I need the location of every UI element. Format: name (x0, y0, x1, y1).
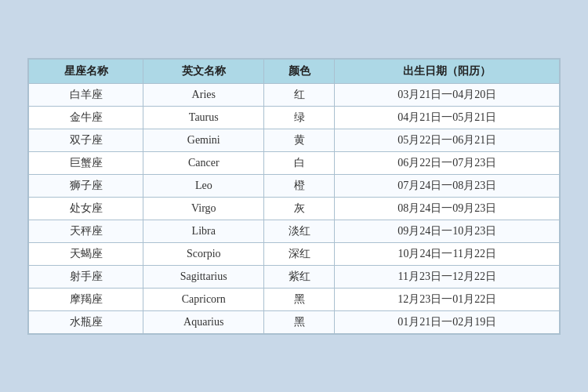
cell-date: 01月21日一02月19日 (335, 310, 560, 333)
cell-en: Virgo (143, 197, 264, 220)
col-header-color: 颜色 (264, 59, 335, 83)
zodiac-table-container: 星座名称 英文名称 颜色 出生日期（阳历） 白羊座Aries红03月21日一04… (27, 58, 561, 335)
cell-en: Scorpio (143, 242, 264, 265)
table-row: 天蝎座Scorpio深红10月24日一11月22日 (29, 242, 560, 265)
cell-color: 白 (264, 151, 335, 174)
table-row: 白羊座Aries红03月21日一04月20日 (29, 83, 560, 106)
cell-color: 橙 (264, 174, 335, 197)
col-header-en: 英文名称 (143, 59, 264, 83)
cell-zh: 处女座 (29, 197, 143, 220)
table-row: 天秤座Libra淡红09月24日一10月23日 (29, 220, 560, 242)
table-row: 巨蟹座Cancer白06月22日一07月23日 (29, 151, 560, 174)
cell-zh: 天蝎座 (29, 242, 143, 265)
table-row: 金牛座Taurus绿04月21日一05月21日 (29, 106, 560, 129)
cell-en: Cancer (143, 151, 264, 174)
cell-date: 07月24日一08月23日 (335, 174, 560, 197)
cell-zh: 天秤座 (29, 220, 143, 242)
cell-zh: 摩羯座 (29, 288, 143, 310)
cell-zh: 狮子座 (29, 174, 143, 197)
table-row: 水瓶座Aquarius黑01月21日一02月19日 (29, 310, 560, 333)
cell-date: 06月22日一07月23日 (335, 151, 560, 174)
cell-color: 紫红 (264, 265, 335, 288)
cell-color: 红 (264, 83, 335, 106)
table-row: 射手座Sagittarius紫红11月23日一12月22日 (29, 265, 560, 288)
cell-date: 03月21日一04月20日 (335, 83, 560, 106)
cell-en: Libra (143, 220, 264, 242)
cell-en: Sagittarius (143, 265, 264, 288)
table-row: 摩羯座Capricorn黑12月23日一01月22日 (29, 288, 560, 310)
cell-color: 绿 (264, 106, 335, 129)
cell-color: 黄 (264, 129, 335, 151)
cell-en: Aries (143, 83, 264, 106)
cell-en: Aquarius (143, 310, 264, 333)
cell-date: 11月23日一12月22日 (335, 265, 560, 288)
cell-en: Gemini (143, 129, 264, 151)
cell-zh: 白羊座 (29, 83, 143, 106)
col-header-date: 出生日期（阳历） (335, 59, 560, 83)
table-header-row: 星座名称 英文名称 颜色 出生日期（阳历） (29, 59, 560, 83)
cell-date: 05月22日一06月21日 (335, 129, 560, 151)
cell-date: 10月24日一11月22日 (335, 242, 560, 265)
col-header-zh: 星座名称 (29, 59, 143, 83)
cell-color: 黑 (264, 310, 335, 333)
cell-en: Leo (143, 174, 264, 197)
cell-date: 12月23日一01月22日 (335, 288, 560, 310)
cell-date: 09月24日一10月23日 (335, 220, 560, 242)
table-body: 白羊座Aries红03月21日一04月20日金牛座Taurus绿04月21日一0… (29, 83, 560, 333)
cell-zh: 金牛座 (29, 106, 143, 129)
table-row: 狮子座Leo橙07月24日一08月23日 (29, 174, 560, 197)
cell-date: 04月21日一05月21日 (335, 106, 560, 129)
cell-en: Capricorn (143, 288, 264, 310)
cell-en: Taurus (143, 106, 264, 129)
cell-zh: 巨蟹座 (29, 151, 143, 174)
cell-color: 淡红 (264, 220, 335, 242)
zodiac-table: 星座名称 英文名称 颜色 出生日期（阳历） 白羊座Aries红03月21日一04… (28, 59, 560, 334)
table-row: 处女座Virgo灰08月24日一09月23日 (29, 197, 560, 220)
cell-color: 深红 (264, 242, 335, 265)
cell-zh: 射手座 (29, 265, 143, 288)
cell-zh: 水瓶座 (29, 310, 143, 333)
cell-color: 灰 (264, 197, 335, 220)
cell-color: 黑 (264, 288, 335, 310)
cell-zh: 双子座 (29, 129, 143, 151)
cell-date: 08月24日一09月23日 (335, 197, 560, 220)
table-row: 双子座Gemini黄05月22日一06月21日 (29, 129, 560, 151)
